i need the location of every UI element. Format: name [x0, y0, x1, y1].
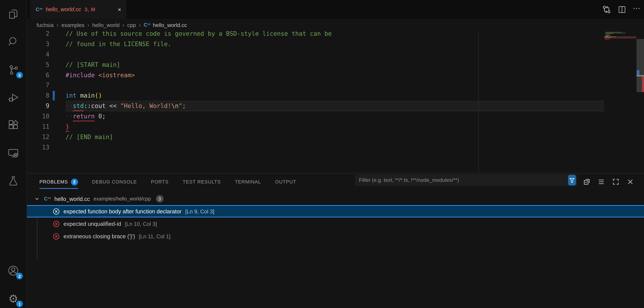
search-icon [8, 36, 19, 47]
code-line[interactable]: 13 [27, 142, 644, 152]
problems-panel: PROBLEMS 3 DEBUG CONSOLE PORTS TEST RESU… [27, 173, 644, 308]
split-editor-icon[interactable] [618, 5, 626, 14]
chevron-right-icon: › [56, 22, 58, 28]
tab-debug-console[interactable]: DEBUG CONSOLE [92, 174, 137, 190]
code-line[interactable]: 6 #include <iostream> [27, 70, 644, 80]
editor-group: C++ hello_world.cc 3, M × ⋯ fuchsia › [27, 0, 644, 308]
settings-badge: 1 [16, 300, 23, 307]
problems-count-badge: 3 [71, 178, 78, 186]
maximize-panel-icon[interactable] [612, 178, 620, 186]
activity-run-debug[interactable] [0, 87, 26, 108]
chevron-right-icon: › [139, 22, 141, 28]
minimap-line [608, 37, 616, 37]
source-control-badge: 5 [16, 72, 23, 78]
collapse-all-icon[interactable] [583, 178, 590, 186]
tab-test-results[interactable]: TEST RESULTS [183, 174, 221, 190]
tab-terminal[interactable]: TERMINAL [235, 174, 261, 190]
activity-extensions[interactable] [0, 114, 26, 136]
more-actions-icon[interactable]: ⋯ [633, 4, 641, 14]
line-number: 7 [27, 80, 50, 91]
minimap[interactable] [604, 31, 636, 173]
error-icon [53, 220, 60, 227]
line-number: 13 [27, 142, 50, 152]
activity-bar: 5 [0, 0, 27, 308]
overview-error-marker [642, 76, 644, 92]
chevron-down-icon[interactable] [34, 196, 40, 201]
minimap-line [606, 36, 608, 36]
tab-bar: C++ hello_world.cc 3, M × ⋯ [27, 0, 644, 19]
vscode-window: 5 [0, 0, 644, 308]
minimap-line [606, 34, 610, 35]
minimap-line [606, 37, 607, 37]
problem-message: expected unqualified-id [64, 221, 121, 227]
minimap-line [606, 37, 611, 38]
code-line[interactable]: 8 int main() [27, 91, 644, 101]
minimap-line [606, 35, 611, 36]
code-editor[interactable]: 2 // Use of this source code is governed… [27, 31, 644, 173]
error-icon [53, 233, 60, 240]
view-as-table-icon[interactable] [598, 178, 605, 186]
error-icon [53, 208, 60, 215]
breadcrumb-item[interactable]: examples [62, 22, 84, 28]
tab-output[interactable]: OUTPUT [275, 174, 296, 190]
panel-tabs: PROBLEMS 3 DEBUG CONSOLE PORTS TEST RESU… [40, 174, 296, 190]
cpp-file-icon: C++ [44, 196, 50, 201]
activity-testing[interactable] [0, 170, 26, 192]
problem-row[interactable]: extraneous closing brace ('}') [Ln 11, C… [27, 230, 644, 242]
problems-tree: C++ hello_world.cc examples/hello_world/… [27, 190, 644, 308]
problems-filter [355, 174, 577, 186]
activity-search[interactable] [0, 31, 26, 52]
tab-title: hello_world.cc [46, 6, 81, 12]
activity-explorer[interactable] [0, 3, 26, 25]
overview-modified-marker [636, 70, 639, 75]
tab-hello-world-cc[interactable]: C++ hello_world.cc 3, M × [30, 0, 126, 19]
cpp-file-icon: C++ [144, 22, 150, 28]
extensions-icon [8, 120, 19, 131]
breadcrumb-item[interactable]: hello_world.cc [153, 22, 187, 28]
line-number: 12 [27, 132, 50, 142]
tab-problems[interactable]: PROBLEMS 3 [40, 174, 78, 190]
overview-cursor-marker [636, 75, 644, 76]
tab-ports[interactable]: PORTS [151, 174, 168, 190]
code-line[interactable]: 12 // [END main] [27, 132, 644, 142]
tab-label: TERMINAL [235, 179, 261, 184]
minimap-line [606, 33, 626, 33]
activity-remote-explorer[interactable] [0, 142, 26, 164]
problem-location: [Ln 9, Col 3] [185, 208, 214, 214]
breadcrumb-item[interactable]: hello_world [92, 22, 120, 28]
problems-file-group[interactable]: C++ hello_world.cc examples/hello_world/… [27, 192, 644, 205]
code-line[interactable]: 7 [27, 80, 644, 91]
problem-row-selected[interactable]: expected function body after function de… [27, 205, 644, 218]
activity-accounts[interactable]: 2 [0, 260, 26, 282]
code-line-current[interactable]: 9 ··std::cout << "Hello, World!\n"; [27, 101, 644, 112]
activity-source-control[interactable]: 5 [0, 59, 26, 80]
tab-close-icon[interactable]: × [117, 6, 122, 13]
problem-row[interactable]: expected unqualified-id [Ln 10, Col 3] [27, 218, 644, 230]
accounts-badge: 2 [16, 273, 23, 279]
filter-button[interactable] [568, 175, 576, 186]
tab-label: OUTPUT [275, 179, 296, 184]
editor-actions: ⋯ [602, 0, 641, 19]
tab-error-modified-badge: 3, M [84, 6, 96, 12]
open-changes-icon[interactable] [602, 5, 611, 14]
code-line[interactable]: 10 ··return 0; [27, 111, 644, 122]
code-line[interactable]: 4 [27, 49, 644, 60]
panel-actions [583, 174, 634, 190]
code-line[interactable]: 3 // found in the LICENSE file. [27, 39, 644, 50]
code-line[interactable]: 2 // Use of this source code is governed… [27, 31, 644, 39]
overview-ruler[interactable] [636, 31, 644, 173]
breadcrumb-item[interactable]: fuchsia [36, 22, 54, 28]
panel-header: PROBLEMS 3 DEBUG CONSOLE PORTS TEST RESU… [27, 174, 644, 190]
minimap-line [604, 38, 606, 38]
breadcrumb-item[interactable]: cpp [127, 22, 136, 28]
code-line[interactable]: 11 } [27, 122, 644, 132]
close-panel-icon[interactable] [626, 178, 634, 186]
column-ruler [478, 31, 479, 173]
line-number: 10 [27, 111, 50, 122]
line-number: 4 [27, 49, 50, 60]
run-debug-icon [8, 92, 19, 103]
activity-settings[interactable]: ⚙ 1 [0, 288, 26, 308]
remote-explorer-icon [8, 147, 19, 159]
filter-input[interactable] [355, 174, 577, 186]
code-line[interactable]: 5 // [START main] [27, 60, 644, 70]
